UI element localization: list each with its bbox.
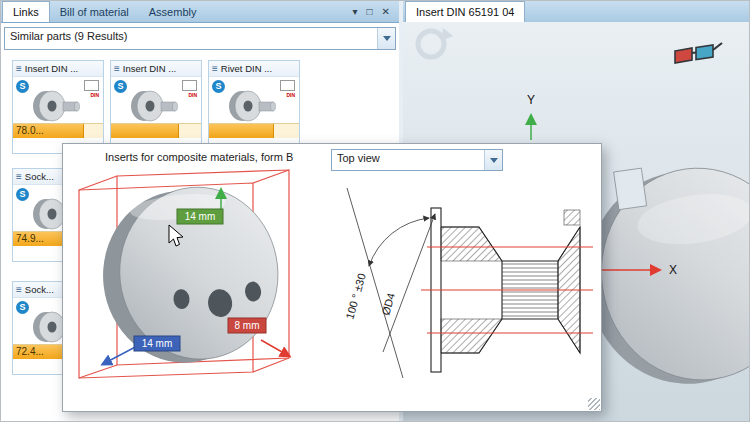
section-hatching: [441, 210, 580, 353]
window-buttons: ▾ □ ✕: [353, 6, 399, 22]
dropdown-arrow-icon[interactable]: [377, 28, 395, 49]
similar-parts-dropdown[interactable]: Similar parts (9 Results): [4, 27, 396, 50]
svg-text:8 mm: 8 mm: [235, 320, 260, 331]
card-menu-icon[interactable]: ≡: [16, 171, 22, 182]
rotate-watermark-icon: [418, 28, 453, 57]
german-flag-icon: [84, 80, 99, 91]
2d-drawing: 100 ° ±30 ØD4: [331, 170, 599, 406]
part-3d-model[interactable]: [94, 179, 286, 370]
card-title: Insert DIN ...: [123, 63, 176, 74]
3d-preview[interactable]: 14 mm 8 mm 14 mm: [65, 168, 331, 406]
tab-bill-of-material[interactable]: Bill of material: [50, 3, 139, 22]
dim-height-chip: 14 mm: [177, 209, 223, 224]
dropdown-arrow-icon[interactable]: [484, 150, 502, 170]
y-axis-label: Y: [527, 93, 535, 107]
part-card-rivet-din[interactable]: ≡ Rivet DIN ... S DIN: [208, 60, 300, 154]
resize-grip[interactable]: [588, 398, 600, 410]
popup-title: Inserts for composite materials, form B: [105, 151, 293, 163]
din-label: DIN: [188, 92, 197, 98]
match-score-value: 78.0...: [13, 124, 103, 138]
part-preview-popup: Inserts for composite materials, form B …: [62, 143, 602, 412]
diameter-dimension-label: ØD4: [379, 291, 397, 316]
match-score-bar: 78.0...: [13, 123, 103, 138]
card-menu-icon[interactable]: ≡: [114, 63, 120, 74]
left-tabbar: Links Bill of material Assembly ▾ □ ✕: [0, 0, 399, 23]
match-score-bar: [111, 123, 201, 138]
view-selector-dropdown[interactable]: Top view: [331, 149, 503, 171]
german-flag-icon: [182, 80, 197, 91]
card-title: Rivet DIN ...: [221, 63, 272, 74]
din-label: DIN: [286, 92, 295, 98]
preview-x-axis-arrow: [261, 340, 289, 356]
german-flag-icon: [280, 80, 295, 91]
dim-depth-chip: 8 mm: [228, 318, 266, 333]
svg-text:14 mm: 14 mm: [142, 338, 173, 349]
card-title: Sock...: [25, 171, 54, 182]
angle-dimension-label: 100 ° ±30: [343, 272, 368, 321]
window-menu-icon[interactable]: ▾: [353, 6, 358, 17]
svg-text:14 mm: 14 mm: [185, 211, 216, 222]
x-axis-label: X: [669, 263, 677, 277]
din-label: DIN: [90, 92, 99, 98]
disc-notch: [614, 168, 647, 210]
part-card-insert-din-2[interactable]: ≡ Insert DIN ... S DIN: [110, 60, 202, 154]
right-tabbar: Insert DIN 65191 04: [403, 0, 750, 23]
dim-width-chip: 14 mm: [134, 336, 180, 351]
anaglyph-glasses-icon[interactable]: [675, 43, 722, 63]
close-icon[interactable]: ✕: [382, 6, 390, 17]
match-score-bar: [209, 123, 299, 138]
card-menu-icon[interactable]: ≡: [16, 284, 22, 295]
view-selector-value: Top view: [332, 150, 484, 170]
tab-links[interactable]: Links: [2, 1, 50, 22]
tab-assembly[interactable]: Assembly: [139, 3, 207, 22]
tab-insert-din-65191[interactable]: Insert DIN 65191 04: [405, 1, 525, 22]
maximize-icon[interactable]: □: [367, 6, 373, 17]
card-menu-icon[interactable]: ≡: [16, 63, 22, 74]
similar-parts-dropdown-value: Similar parts (9 Results): [5, 28, 377, 49]
card-title: Sock...: [25, 284, 54, 295]
card-title: Insert DIN ...: [25, 63, 78, 74]
card-menu-icon[interactable]: ≡: [212, 63, 218, 74]
part-card-insert-din-1[interactable]: ≡ Insert DIN ... S DIN 78.0...: [12, 60, 104, 154]
